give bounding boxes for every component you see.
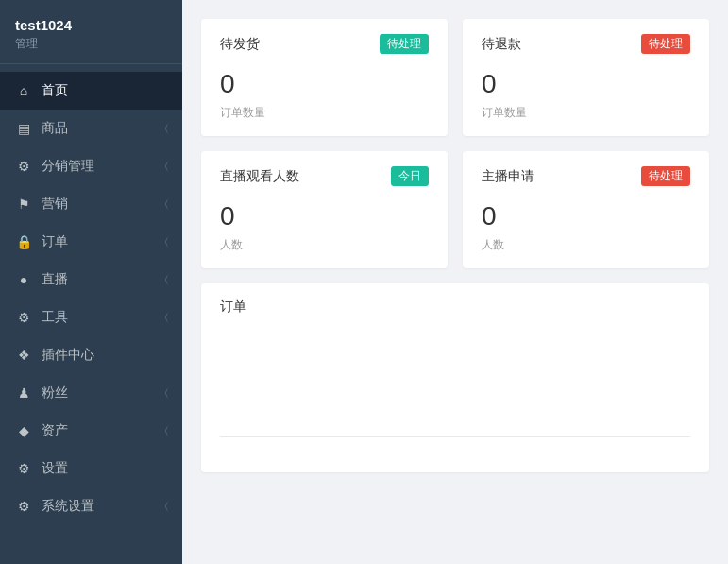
card-header-live-viewers: 直播观看人数今日 [220,166,429,186]
chevron-right-icon: 〈 [159,424,169,438]
sidebar-item-label-fans: 粉丝 [42,385,167,402]
sidebar-item-label-system: 系统设置 [42,498,167,515]
status-badge-pending-delivery: 待处理 [380,34,429,54]
chevron-right-icon: 〈 [159,311,169,325]
chevron-right-icon: 〈 [159,160,169,174]
card-pending-refund: 待退款待处理0订单数量 [463,19,709,136]
status-badge-pending-refund: 待处理 [641,34,690,54]
sidebar-username: test1024 [15,17,167,33]
sidebar-item-settings[interactable]: ⚙设置 [0,450,182,487]
sidebar-item-label-goods: 商品 [42,120,167,137]
card-live-viewers: 直播观看人数今日0人数 [201,151,448,268]
plugins-icon: ❖ [15,348,32,363]
card-value-anchor-apply: 0 [482,201,690,231]
chevron-right-icon: 〈 [159,386,169,401]
distribution-icon: ⚙ [15,159,32,174]
card-sub-anchor-apply: 人数 [482,237,690,253]
cards-row-1: 待发货待处理0订单数量待退款待处理0订单数量 [201,19,709,136]
sidebar-item-label-assets: 资产 [42,422,167,439]
card-header-pending-delivery: 待发货待处理 [220,34,429,54]
sidebar-item-label-settings: 设置 [42,460,167,477]
sidebar-item-home[interactable]: ⌂首页 [0,72,182,110]
sidebar: test1024 管理 ⌂首页▤商品〈⚙分销管理〈⚑营销〈🔒订单〈●直播〈⚙工具… [0,0,182,564]
sidebar-role: 管理 [15,36,167,52]
sidebar-item-fans[interactable]: ♟粉丝〈 [0,374,182,412]
tools-icon: ⚙ [15,310,32,325]
sidebar-item-label-order: 订单 [42,233,167,250]
status-badge-live-viewers: 今日 [391,166,429,186]
card-header-pending-refund: 待退款待处理 [482,34,690,54]
cards-row-2: 直播观看人数今日0人数主播申请待处理0人数 [201,151,709,268]
card-header-anchor-apply: 主播申请待处理 [482,166,690,186]
sidebar-item-label-home: 首页 [42,82,167,99]
sidebar-nav: ⌂首页▤商品〈⚙分销管理〈⚑营销〈🔒订单〈●直播〈⚙工具〈❖插件中心♟粉丝〈◆资… [0,64,182,564]
card-pending-delivery: 待发货待处理0订单数量 [201,19,448,136]
live-icon: ● [15,272,32,287]
sidebar-item-label-marketing: 营销 [42,196,167,213]
card-sub-pending-delivery: 订单数量 [220,105,429,121]
status-badge-anchor-apply: 待处理 [641,166,690,186]
chevron-right-icon: 〈 [159,235,169,249]
sidebar-item-marketing[interactable]: ⚑营销〈 [0,185,182,223]
settings-icon: ⚙ [15,461,32,476]
sidebar-item-live[interactable]: ●直播〈 [0,261,182,299]
card-sub-pending-refund: 订单数量 [482,105,690,121]
chevron-right-icon: 〈 [159,122,169,136]
system-icon: ⚙ [15,499,32,514]
card-value-pending-refund: 0 [482,69,690,99]
assets-icon: ◆ [15,423,32,438]
order-section: 订单 [201,283,709,472]
order-icon: 🔒 [15,234,32,249]
sidebar-item-assets[interactable]: ◆资产〈 [0,412,182,450]
card-value-live-viewers: 0 [220,201,429,231]
sidebar-item-label-tools: 工具 [42,309,167,326]
sidebar-item-order[interactable]: 🔒订单〈 [0,223,182,261]
sidebar-item-goods[interactable]: ▤商品〈 [0,110,182,147]
card-title-pending-refund: 待退款 [482,36,521,53]
section-divider [220,436,690,437]
card-sub-live-viewers: 人数 [220,237,429,253]
card-anchor-apply: 主播申请待处理0人数 [463,151,709,268]
sidebar-item-tools[interactable]: ⚙工具〈 [0,299,182,336]
sidebar-item-label-plugins: 插件中心 [42,347,167,364]
card-value-pending-delivery: 0 [220,69,429,99]
marketing-icon: ⚑ [15,197,32,212]
card-title-pending-delivery: 待发货 [220,36,260,53]
sidebar-item-system[interactable]: ⚙系统设置〈 [0,487,182,525]
card-title-anchor-apply: 主播申请 [482,168,534,185]
sidebar-item-distribution[interactable]: ⚙分销管理〈 [0,147,182,185]
home-icon: ⌂ [15,83,32,98]
sidebar-user-section: test1024 管理 [0,0,182,64]
chevron-right-icon: 〈 [159,273,169,287]
sidebar-item-label-distribution: 分销管理 [42,158,167,175]
chevron-right-icon: 〈 [159,197,169,212]
sidebar-item-plugins[interactable]: ❖插件中心 [0,336,182,374]
order-section-title: 订单 [220,299,690,323]
main-content: 待发货待处理0订单数量待退款待处理0订单数量 直播观看人数今日0人数主播申请待处… [182,0,728,564]
goods-icon: ▤ [15,121,32,136]
card-title-live-viewers: 直播观看人数 [220,168,299,185]
chevron-right-icon: 〈 [159,500,169,514]
fans-icon: ♟ [15,385,32,401]
sidebar-item-label-live: 直播 [42,271,167,288]
